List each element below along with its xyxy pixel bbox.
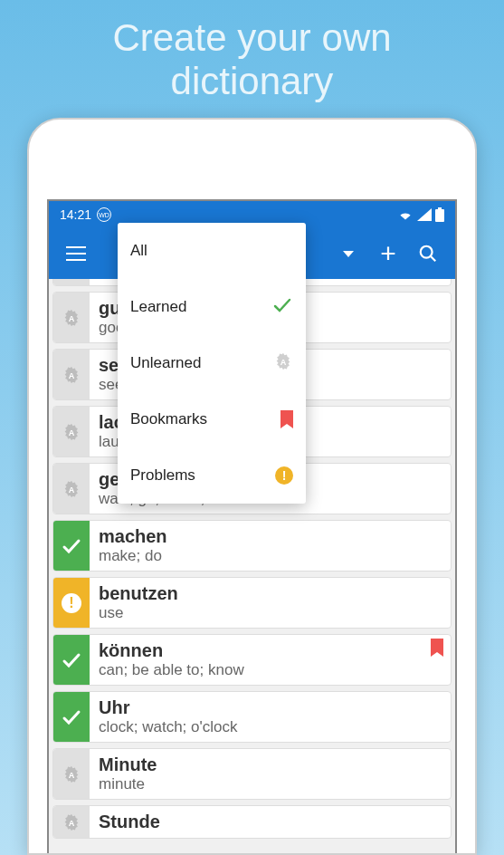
- hamburger-icon: [66, 246, 86, 261]
- filter-option[interactable]: Problems!: [118, 447, 306, 504]
- word-term: Minute: [99, 754, 442, 775]
- cog-icon: A: [273, 351, 293, 376]
- status-indicator: A: [53, 806, 90, 838]
- word-row[interactable]: AStunde: [52, 805, 452, 839]
- wifi-icon: [397, 208, 414, 221]
- status-time: 14:21: [60, 207, 91, 222]
- row-text: machenmake; do: [90, 521, 451, 571]
- filter-popup: AllLearnedUnlearnedABookmarksProblems!: [118, 223, 306, 504]
- row-text: Stunde: [90, 806, 451, 838]
- word-term: machen: [99, 526, 442, 547]
- word-row[interactable]: AMinuteminute: [52, 748, 452, 800]
- svg-text:A: A: [69, 770, 75, 779]
- status-indicator: A: [53, 279, 90, 285]
- word-translation: can; be able to; know: [99, 661, 442, 679]
- word-row[interactable]: machenmake; do: [52, 520, 452, 572]
- search-icon: [418, 244, 438, 264]
- svg-text:A: A: [69, 818, 75, 827]
- status-indicator: A: [53, 293, 90, 342]
- status-indicator: A: [53, 407, 90, 456]
- svg-text:A: A: [69, 370, 75, 379]
- battery-icon: [435, 207, 444, 222]
- filter-option-label: Problems: [130, 466, 195, 485]
- word-translation: minute: [99, 775, 442, 793]
- word-row[interactable]: Uhrclock; watch; o'clock: [52, 691, 452, 743]
- word-row[interactable]: !benutzenuse: [52, 577, 452, 629]
- status-indicator: A: [53, 350, 90, 399]
- svg-point-2: [421, 246, 433, 258]
- svg-text:A: A: [281, 357, 287, 366]
- svg-line-3: [431, 256, 436, 262]
- row-text: Uhrclock; watch; o'clock: [90, 692, 451, 742]
- word-row[interactable]: könnencan; be able to; know: [52, 634, 452, 686]
- search-button[interactable]: [408, 234, 448, 274]
- word-term: Uhr: [99, 697, 442, 718]
- promo-line-1: Create your own: [112, 16, 391, 59]
- filter-option-label: Unlearned: [130, 354, 201, 372]
- add-button[interactable]: +: [368, 234, 408, 274]
- filter-option[interactable]: Bookmarks: [118, 391, 306, 447]
- svg-text:A: A: [69, 485, 75, 494]
- bookmark-icon: [281, 410, 293, 428]
- menu-button[interactable]: [56, 234, 96, 274]
- status-indicator: !: [53, 578, 90, 628]
- status-indicator: [53, 521, 90, 571]
- promo-headline: Create your own dictionary: [0, 0, 504, 113]
- promo-line-2: dictionary: [171, 60, 334, 102]
- row-text: Minuteminute: [90, 749, 451, 799]
- chevron-down-icon: [343, 251, 354, 257]
- word-term: können: [99, 640, 442, 661]
- filter-dropdown-button[interactable]: [328, 234, 368, 274]
- word-term: benutzen: [99, 583, 442, 604]
- svg-rect-1: [438, 207, 442, 209]
- plus-icon: +: [380, 238, 396, 269]
- check-icon: [271, 294, 293, 321]
- svg-text:A: A: [69, 313, 75, 322]
- svg-rect-0: [435, 209, 444, 222]
- status-indicator: [53, 635, 90, 685]
- filter-option-label: Bookmarks: [130, 410, 207, 428]
- status-indicator: A: [53, 749, 90, 799]
- word-translation: make; do: [99, 547, 442, 565]
- alert-icon: !: [275, 466, 293, 485]
- word-translation: clock; watch; o'clock: [99, 718, 442, 736]
- row-text: könnencan; be able to; know: [90, 635, 451, 685]
- status-indicator: A: [53, 464, 90, 514]
- filter-option-label: Learned: [130, 298, 186, 316]
- filter-option-label: All: [130, 242, 147, 260]
- row-text: benutzenuse: [90, 578, 451, 628]
- filter-option[interactable]: Learned: [118, 279, 306, 335]
- alert-icon: !: [62, 593, 81, 613]
- filter-option[interactable]: All: [118, 223, 306, 279]
- word-term: Stunde: [99, 812, 442, 832]
- status-app-badge: WD: [97, 207, 111, 222]
- word-translation: use: [99, 604, 442, 622]
- signal-icon: [417, 208, 432, 221]
- filter-option[interactable]: UnlearnedA: [118, 335, 306, 391]
- svg-text:A: A: [69, 428, 75, 437]
- status-indicator: [53, 692, 90, 742]
